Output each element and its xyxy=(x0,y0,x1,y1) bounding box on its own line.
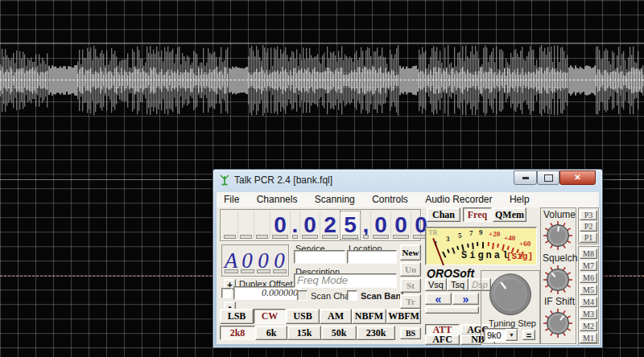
preset-button-p3[interactable]: P3 xyxy=(580,210,597,220)
freq-digit-cell[interactable] xyxy=(254,211,270,239)
freq-digit-cell-focused[interactable]: 5 xyxy=(340,211,361,240)
squelch-knob[interactable] xyxy=(542,264,574,296)
tsq-button[interactable]: Tsq xyxy=(447,278,469,291)
tr-button[interactable]: Tr xyxy=(400,294,421,309)
new-button[interactable]: New xyxy=(400,244,421,261)
menu-controls[interactable]: Controls xyxy=(365,192,415,205)
menu-audio-recorder[interactable]: Audio Recorder xyxy=(418,192,499,205)
scan-progress-bar[interactable] xyxy=(425,306,479,314)
prev-button[interactable]: « xyxy=(425,293,452,305)
meter-tick xyxy=(477,242,478,246)
if-shift-label: IF Shift xyxy=(544,296,575,307)
minimize-button[interactable] xyxy=(514,170,537,185)
vsq-button[interactable]: Vsq xyxy=(425,278,447,291)
title-bar[interactable]: Talk PCR 2.4 [bank.fql] ✕ xyxy=(213,170,602,191)
preset-button-p1[interactable]: P1 xyxy=(580,232,597,243)
meter-tick xyxy=(472,243,474,249)
preset-button-p2[interactable]: P2 xyxy=(580,221,597,232)
volume-knob[interactable] xyxy=(542,220,574,252)
tuning-knob[interactable] xyxy=(484,272,537,320)
tab-qmem[interactable]: QMem xyxy=(493,207,526,222)
un-button[interactable]: Un xyxy=(400,262,421,277)
mode-button-am[interactable]: AM xyxy=(320,309,352,324)
duplex-checkbox[interactable] xyxy=(221,288,232,298)
freq-digit-cell[interactable]: 2 xyxy=(320,211,340,239)
filter-button-row: 2k8 6k 15k 50k 230k xyxy=(220,326,395,340)
channel-char[interactable]: A xyxy=(224,248,239,273)
memory-button-m8[interactable]: M8 xyxy=(580,248,597,259)
meter-scale-label: 9 xyxy=(479,228,483,236)
tab-chan[interactable]: Chan xyxy=(427,207,460,222)
description-field[interactable] xyxy=(294,273,397,288)
scan-bank-label: Scan Bank xyxy=(361,291,406,301)
memory-button-m4[interactable]: M4 xyxy=(580,297,597,307)
freq-digit-cell[interactable]: 0 xyxy=(299,211,320,239)
meter-tick xyxy=(442,251,446,257)
chevrons-right-icon: » xyxy=(463,293,469,306)
mode-button-wbfm[interactable]: WBFM xyxy=(386,309,421,324)
tab-freq-active[interactable]: Freq xyxy=(463,207,492,222)
mode-button-lsb[interactable]: LSB xyxy=(220,309,254,324)
meter-tr-label: TR xyxy=(428,228,438,236)
mode-button-row: LSB CW USB AM NBFM WBFM xyxy=(220,309,421,324)
freq-digit-cell[interactable]: 0 xyxy=(270,211,290,239)
service-field[interactable] xyxy=(294,250,345,264)
memory-panel: M8 M7 M6 M5 M4 M3 M2 M1 xyxy=(578,246,599,344)
meter-scale-label: 3 xyxy=(446,235,450,243)
if-shift-knob[interactable] xyxy=(542,307,574,339)
app-window: Talk PCR 2.4 [bank.fql] ✕ File Channels … xyxy=(213,169,603,348)
duplex-offset-field[interactable] xyxy=(233,286,301,300)
maximize-button[interactable] xyxy=(537,170,559,185)
freq-digit-cell[interactable]: 0 xyxy=(370,211,390,239)
client-area: 0 . 0 2 5 , 0 0 0 A 0 0 0 + Duplex Offse… xyxy=(217,207,599,344)
meter-tick xyxy=(456,245,459,249)
channel-char[interactable]: 0 xyxy=(272,248,287,273)
freq-digit-cell[interactable] xyxy=(222,211,237,239)
menu-file[interactable]: File xyxy=(217,192,246,205)
maximize-icon xyxy=(544,174,553,182)
memory-button-m1[interactable]: M1 xyxy=(580,333,597,343)
filter-button-230k[interactable]: 230k xyxy=(357,326,395,340)
filter-button-6k[interactable]: 6k xyxy=(255,326,287,340)
filter-button-50k[interactable]: 50k xyxy=(321,326,357,340)
meter-tick xyxy=(507,245,510,249)
menu-scanning[interactable]: Scanning xyxy=(308,192,362,205)
mode-button-nbfm[interactable]: NBFM xyxy=(352,309,386,324)
antenna-icon xyxy=(219,174,230,186)
meter-signal-label: Signal xyxy=(461,250,510,261)
channel-char[interactable]: 0 xyxy=(240,248,255,273)
menu-help[interactable]: Help xyxy=(502,192,537,205)
meter-tick xyxy=(492,243,494,249)
location-field[interactable] xyxy=(347,250,397,264)
afc-button[interactable]: AFC xyxy=(425,334,460,345)
close-button[interactable]: ✕ xyxy=(559,170,596,185)
dropdown-arrow-icon[interactable]: ▼ xyxy=(506,329,518,341)
tuning-step-select[interactable]: 9k0 ▼ xyxy=(484,328,518,342)
next-button[interactable]: » xyxy=(452,293,479,305)
mode-button-cw-active[interactable]: CW xyxy=(254,309,286,324)
menu-channels[interactable]: Channels xyxy=(250,192,305,205)
st-button[interactable]: St xyxy=(400,278,421,293)
close-icon: ✕ xyxy=(574,173,580,182)
meter-scale-label: +40 xyxy=(504,234,515,242)
mode-button-usb[interactable]: USB xyxy=(286,309,320,324)
filter-button-15k[interactable]: 15k xyxy=(287,326,321,340)
equals-button[interactable]: = xyxy=(522,330,535,340)
scan-chan-checkbox[interactable] xyxy=(297,290,308,301)
meter-tick xyxy=(467,243,469,247)
filter-button-2k8-active[interactable]: 2k8 xyxy=(220,326,255,340)
channel-char[interactable]: 0 xyxy=(256,248,271,273)
meter-tick xyxy=(447,249,450,253)
meter-scale-label: 5 xyxy=(458,232,462,240)
minimize-icon xyxy=(522,177,529,179)
freq-digit-cell[interactable] xyxy=(237,211,254,239)
audio-waveform xyxy=(0,40,644,121)
memory-button-m6[interactable]: M6 xyxy=(580,273,597,283)
memory-button-m7[interactable]: M7 xyxy=(580,261,597,271)
memory-button-m3[interactable]: M3 xyxy=(580,309,597,319)
freq-digit-cell[interactable]: 0 xyxy=(390,211,411,239)
memory-button-m2[interactable]: M2 xyxy=(580,321,597,331)
memory-button-m5[interactable]: M5 xyxy=(580,285,597,295)
bs-button[interactable]: BS xyxy=(400,327,421,339)
scan-bank-checkbox[interactable] xyxy=(347,290,357,301)
